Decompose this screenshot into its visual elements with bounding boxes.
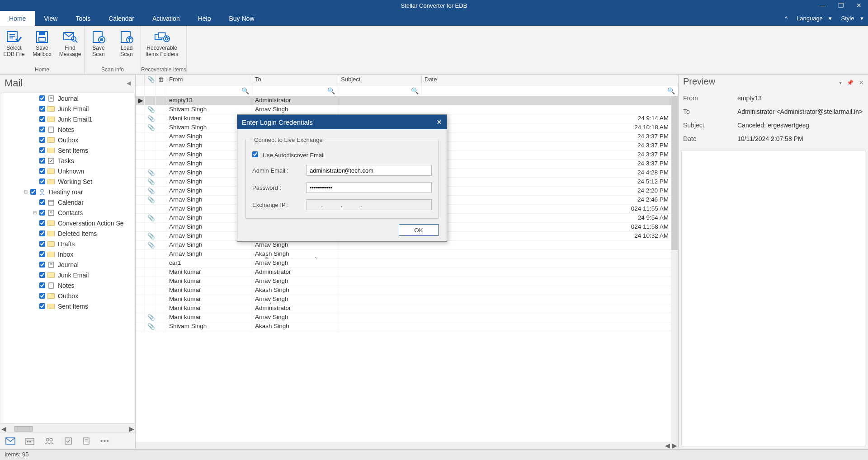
ribbon-label: Save Scan xyxy=(92,45,104,58)
maximize-button[interactable]: ❐ xyxy=(832,0,850,11)
menu-tab-activation[interactable]: Activation xyxy=(143,11,189,26)
ribbon-label: Find Message xyxy=(59,45,81,58)
ribbon-label: Save Mailbox xyxy=(33,45,51,58)
menu-tab-buy-now[interactable]: Buy Now xyxy=(220,11,263,26)
window-controls: — ❐ ✕ xyxy=(814,0,868,11)
load-scan-icon xyxy=(118,29,135,44)
save-scan-button[interactable]: Save Scan xyxy=(85,28,113,65)
menu-tab-tools[interactable]: Tools xyxy=(66,11,99,26)
menu-tab-calendar[interactable]: Calendar xyxy=(99,11,143,26)
load-scan-button[interactable]: Load Scan xyxy=(113,28,141,65)
ribbon-group-title: Recoverable Items xyxy=(141,65,186,74)
select-edb-file-button[interactable]: Select EDB File xyxy=(0,28,28,65)
style-menu[interactable]: Style ▾ xyxy=(836,15,863,22)
svg-rect-9 xyxy=(100,38,103,41)
menu-tab-help[interactable]: Help xyxy=(189,11,220,26)
titlebar: Stellar Converter for EDB — ❐ ✕ xyxy=(0,0,868,11)
menu-tab-home[interactable]: Home xyxy=(0,11,35,26)
save-scan-icon xyxy=(90,29,107,44)
menubar-right: ^ Language ▾ Style ▾ xyxy=(780,11,863,26)
save-mailbox-button[interactable]: Save Mailbox xyxy=(28,28,56,65)
find-message-icon xyxy=(61,29,79,44)
recoverable-items-icon xyxy=(153,29,170,44)
language-menu[interactable]: Language ▾ xyxy=(792,15,832,22)
ribbon-label: Load Scan xyxy=(120,45,132,58)
find-message-button[interactable]: Find Message xyxy=(56,28,84,65)
ribbon-group-title: Home xyxy=(0,65,84,74)
ribbon: Select EDB FileSave MailboxFind MessageH… xyxy=(0,26,868,75)
ribbon-group-title: Scan info xyxy=(85,65,141,74)
ribbon-label: Recoverable Items Folders xyxy=(146,45,179,58)
svg-rect-2 xyxy=(39,32,45,35)
menubar: HomeViewToolsCalendarActivationHelpBuy N… xyxy=(0,11,868,26)
collapse-ribbon-button[interactable]: ^ xyxy=(785,15,788,22)
menu-tab-view[interactable]: View xyxy=(35,11,66,26)
svg-line-6 xyxy=(75,41,77,42)
save-mailbox-icon xyxy=(33,29,51,44)
svg-rect-3 xyxy=(39,38,45,41)
ribbon-label: Select EDB File xyxy=(3,45,24,58)
minimize-button[interactable]: — xyxy=(814,0,832,11)
select-edb-file-icon xyxy=(5,29,23,44)
close-button[interactable]: ✕ xyxy=(850,0,868,11)
app-title: Stellar Converter for EDB xyxy=(401,2,467,9)
recoverable-items-button[interactable]: Recoverable Items Folders xyxy=(141,28,183,65)
